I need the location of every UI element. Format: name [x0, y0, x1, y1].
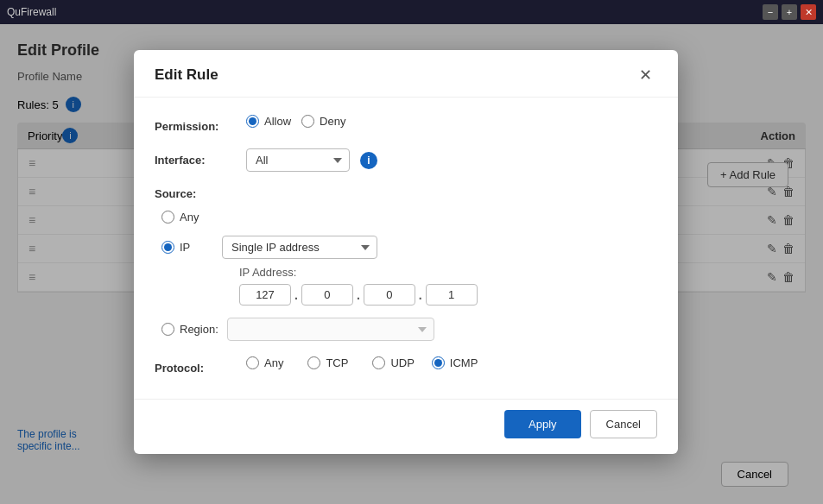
permission-deny-label: Deny [320, 115, 345, 128]
source-ip-row: IP Single IP address IP range Subnet [161, 236, 657, 259]
permission-row: Permission: Allow Deny [155, 115, 657, 133]
modal-header: Edit Rule ✕ [134, 50, 678, 98]
source-region-option[interactable]: Region: [161, 323, 218, 336]
ip-fields: . . . [239, 284, 657, 306]
modal-footer: Apply Cancel [134, 399, 678, 454]
source-any-option[interactable]: Any [161, 211, 213, 224]
protocol-tcp-radio[interactable] [307, 356, 320, 369]
protocol-any-option[interactable]: Any [246, 356, 283, 369]
ip-field-4[interactable] [426, 284, 478, 306]
ip-address-section: IP Address: . . . [161, 266, 657, 306]
source-label: Source: [155, 187, 657, 200]
protocol-row-2: ICMP [432, 356, 478, 369]
permission-deny-radio[interactable] [301, 115, 314, 128]
ip-field-2[interactable] [301, 284, 353, 306]
source-any-row: Any [161, 211, 657, 224]
protocol-options: Any TCP UDP I [246, 356, 478, 369]
source-ip-label: IP [180, 241, 190, 254]
interface-label: Interface: [155, 148, 232, 167]
source-ip-option[interactable]: IP [161, 241, 213, 254]
protocol-icmp-option[interactable]: ICMP [432, 356, 478, 369]
source-ip-radio[interactable] [161, 241, 174, 254]
ip-field-3[interactable] [364, 284, 415, 306]
permission-controls: Allow Deny [246, 115, 657, 128]
permission-allow-option[interactable]: Allow [246, 115, 291, 128]
ip-dot-2: . [357, 288, 360, 302]
source-section: Source: Any IP [155, 187, 657, 341]
permission-allow-label: Allow [264, 115, 291, 128]
app-title: QuFirewall [7, 6, 56, 18]
source-any-label: Any [180, 211, 199, 224]
source-options: Any IP Single IP address IP range Subnet [155, 211, 657, 341]
protocol-section: Protocol: Any TCP UDP [155, 356, 657, 375]
protocol-row-1: Any TCP UDP [246, 356, 415, 369]
permission-deny-option[interactable]: Deny [301, 115, 345, 128]
edit-rule-modal: Edit Rule ✕ Permission: Allow Deny [134, 50, 678, 454]
source-region-radio[interactable] [161, 323, 174, 336]
title-bar: QuFirewall − + ✕ [0, 0, 823, 24]
window-controls: − + ✕ [763, 4, 816, 20]
maximize-button[interactable]: + [782, 4, 797, 20]
ip-dot-1: . [294, 288, 298, 302]
source-any-radio[interactable] [161, 211, 174, 224]
modal-title: Edit Rule [155, 66, 218, 84]
interface-info-icon[interactable]: i [360, 152, 377, 169]
ip-dot-3: . [419, 288, 422, 302]
interface-select[interactable]: All eth0 eth1 wlan0 [246, 148, 350, 172]
source-region-label: Region: [180, 323, 218, 336]
region-select[interactable] [227, 318, 434, 341]
protocol-udp-label: UDP [390, 356, 414, 369]
apply-button[interactable]: Apply [504, 410, 581, 438]
source-region-row: Region: [161, 318, 657, 341]
modal-body: Permission: Allow Deny Interface: [134, 98, 678, 399]
ip-type-select[interactable]: Single IP address IP range Subnet [222, 236, 377, 259]
interface-controls: All eth0 eth1 wlan0 i [246, 148, 657, 172]
protocol-any-radio[interactable] [246, 356, 259, 369]
minimize-button[interactable]: − [763, 4, 778, 20]
ip-field-1[interactable] [239, 284, 291, 306]
ip-address-label: IP Address: [239, 266, 657, 279]
permission-allow-radio[interactable] [246, 115, 259, 128]
app-window: Edit Profile Profile Name Rules: 5 i Pri… [0, 24, 823, 504]
protocol-icmp-label: ICMP [450, 356, 478, 369]
permission-label: Permission: [155, 115, 232, 133]
modal-close-button[interactable]: ✕ [634, 64, 657, 86]
protocol-udp-radio[interactable] [372, 356, 385, 369]
interface-row: Interface: All eth0 eth1 wlan0 i [155, 148, 657, 172]
protocol-tcp-option[interactable]: TCP [307, 356, 348, 369]
cancel-button[interactable]: Cancel [590, 410, 657, 438]
protocol-udp-option[interactable]: UDP [372, 356, 414, 369]
protocol-tcp-label: TCP [326, 356, 348, 369]
protocol-icmp-radio[interactable] [432, 356, 445, 369]
protocol-any-label: Any [264, 356, 283, 369]
protocol-label: Protocol: [155, 356, 232, 375]
close-button[interactable]: ✕ [801, 4, 816, 20]
